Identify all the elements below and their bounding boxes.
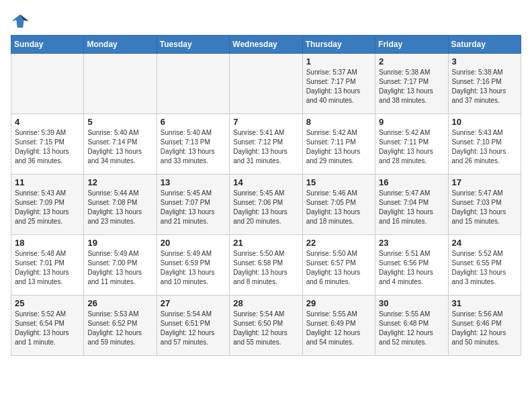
day-info: Sunrise: 5:52 AMSunset: 6:55 PMDaylight:…: [452, 249, 517, 287]
calendar-cell: 31Sunrise: 5:56 AMSunset: 6:46 PMDayligh…: [448, 295, 521, 356]
day-number: 13: [161, 177, 226, 187]
calendar-cell: 17Sunrise: 5:47 AMSunset: 7:03 PMDayligh…: [448, 175, 521, 235]
day-info: Sunrise: 5:41 AMSunset: 7:12 PMDaylight:…: [233, 128, 298, 166]
day-number: 21: [233, 238, 298, 248]
day-number: 24: [452, 238, 517, 248]
calendar-header-sunday: Sunday: [11, 36, 84, 54]
day-number: 27: [161, 298, 226, 308]
calendar-cell: 30Sunrise: 5:55 AMSunset: 6:48 PMDayligh…: [375, 295, 448, 356]
logo: [11, 11, 32, 30]
day-number: 31: [452, 298, 517, 308]
calendar-cell: [230, 54, 302, 114]
calendar-cell: 5Sunrise: 5:40 AMSunset: 7:14 PMDaylight…: [84, 114, 157, 175]
calendar-header-saturday: Saturday: [448, 36, 521, 54]
calendar-cell: 10Sunrise: 5:43 AMSunset: 7:10 PMDayligh…: [448, 114, 521, 175]
day-number: 18: [15, 238, 80, 248]
day-info: Sunrise: 5:45 AMSunset: 7:06 PMDaylight:…: [233, 189, 298, 226]
calendar-cell: 7Sunrise: 5:41 AMSunset: 7:12 PMDaylight…: [230, 114, 302, 175]
calendar-header-friday: Friday: [375, 36, 448, 54]
calendar-cell: 16Sunrise: 5:47 AMSunset: 7:04 PMDayligh…: [375, 175, 448, 235]
calendar-week-row: 18Sunrise: 5:48 AMSunset: 7:01 PMDayligh…: [11, 235, 521, 295]
calendar-cell: 6Sunrise: 5:40 AMSunset: 7:13 PMDaylight…: [157, 114, 229, 175]
calendar-cell: 19Sunrise: 5:49 AMSunset: 7:00 PMDayligh…: [84, 235, 157, 295]
day-info: Sunrise: 5:50 AMSunset: 6:58 PMDaylight:…: [233, 249, 298, 287]
day-number: 14: [233, 177, 298, 187]
day-info: Sunrise: 5:42 AMSunset: 7:11 PMDaylight:…: [379, 128, 444, 166]
calendar-cell: 22Sunrise: 5:50 AMSunset: 6:57 PMDayligh…: [302, 235, 375, 295]
day-number: 25: [15, 298, 80, 308]
calendar-cell: 3Sunrise: 5:38 AMSunset: 7:16 PMDaylight…: [448, 54, 521, 114]
day-number: 7: [233, 117, 298, 127]
calendar-cell: 1Sunrise: 5:37 AMSunset: 7:17 PMDaylight…: [302, 54, 375, 114]
day-number: 19: [87, 238, 152, 248]
day-number: 6: [161, 117, 226, 127]
calendar-cell: 24Sunrise: 5:52 AMSunset: 6:55 PMDayligh…: [448, 235, 521, 295]
calendar-header-thursday: Thursday: [302, 36, 375, 54]
day-number: 22: [306, 238, 371, 248]
day-number: 29: [306, 298, 371, 308]
calendar-cell: [157, 54, 229, 114]
day-info: Sunrise: 5:44 AMSunset: 7:08 PMDaylight:…: [87, 189, 152, 226]
day-info: Sunrise: 5:55 AMSunset: 6:49 PMDaylight:…: [306, 310, 371, 347]
day-number: 28: [233, 298, 298, 308]
calendar-cell: 20Sunrise: 5:49 AMSunset: 6:59 PMDayligh…: [157, 235, 229, 295]
day-number: 30: [379, 298, 444, 308]
day-number: 11: [15, 177, 80, 187]
calendar-cell: 2Sunrise: 5:38 AMSunset: 7:17 PMDaylight…: [375, 54, 448, 114]
calendar-cell: 27Sunrise: 5:54 AMSunset: 6:51 PMDayligh…: [157, 295, 229, 356]
svg-marker-0: [11, 15, 28, 28]
calendar-cell: [11, 54, 84, 114]
calendar-cell: 18Sunrise: 5:48 AMSunset: 7:01 PMDayligh…: [11, 235, 84, 295]
day-number: 2: [379, 56, 444, 66]
day-number: 1: [306, 56, 371, 66]
calendar-cell: 11Sunrise: 5:43 AMSunset: 7:09 PMDayligh…: [11, 175, 84, 235]
day-number: 15: [306, 177, 371, 187]
day-number: 4: [15, 117, 80, 127]
day-number: 17: [452, 177, 517, 187]
day-info: Sunrise: 5:40 AMSunset: 7:13 PMDaylight:…: [161, 128, 226, 166]
day-info: Sunrise: 5:49 AMSunset: 6:59 PMDaylight:…: [161, 249, 226, 287]
day-info: Sunrise: 5:43 AMSunset: 7:10 PMDaylight:…: [452, 128, 517, 166]
calendar-cell: 25Sunrise: 5:52 AMSunset: 6:54 PMDayligh…: [11, 295, 84, 356]
day-info: Sunrise: 5:42 AMSunset: 7:11 PMDaylight:…: [306, 128, 371, 166]
calendar-cell: 4Sunrise: 5:39 AMSunset: 7:15 PMDaylight…: [11, 114, 84, 175]
day-info: Sunrise: 5:50 AMSunset: 6:57 PMDaylight:…: [306, 249, 371, 287]
day-number: 10: [452, 117, 517, 127]
day-info: Sunrise: 5:38 AMSunset: 7:16 PMDaylight:…: [452, 68, 517, 105]
day-info: Sunrise: 5:54 AMSunset: 6:51 PMDaylight:…: [161, 310, 226, 347]
calendar-week-row: 11Sunrise: 5:43 AMSunset: 7:09 PMDayligh…: [11, 175, 521, 235]
day-number: 23: [379, 238, 444, 248]
calendar-cell: 13Sunrise: 5:45 AMSunset: 7:07 PMDayligh…: [157, 175, 229, 235]
day-number: 8: [306, 117, 371, 127]
calendar-header-monday: Monday: [84, 36, 157, 54]
calendar-cell: 29Sunrise: 5:55 AMSunset: 6:49 PMDayligh…: [302, 295, 375, 356]
day-info: Sunrise: 5:51 AMSunset: 6:56 PMDaylight:…: [379, 249, 444, 287]
calendar: SundayMondayTuesdayWednesdayThursdayFrid…: [11, 35, 521, 356]
calendar-cell: 12Sunrise: 5:44 AMSunset: 7:08 PMDayligh…: [84, 175, 157, 235]
calendar-cell: 28Sunrise: 5:54 AMSunset: 6:50 PMDayligh…: [230, 295, 302, 356]
logo-icon: [11, 11, 30, 30]
day-info: Sunrise: 5:43 AMSunset: 7:09 PMDaylight:…: [15, 189, 80, 226]
calendar-cell: 14Sunrise: 5:45 AMSunset: 7:06 PMDayligh…: [230, 175, 302, 235]
day-info: Sunrise: 5:55 AMSunset: 6:48 PMDaylight:…: [379, 310, 444, 347]
day-info: Sunrise: 5:46 AMSunset: 7:05 PMDaylight:…: [306, 189, 371, 226]
day-info: Sunrise: 5:48 AMSunset: 7:01 PMDaylight:…: [15, 249, 80, 287]
calendar-cell: 23Sunrise: 5:51 AMSunset: 6:56 PMDayligh…: [375, 235, 448, 295]
day-info: Sunrise: 5:37 AMSunset: 7:17 PMDaylight:…: [306, 68, 371, 105]
day-info: Sunrise: 5:49 AMSunset: 7:00 PMDaylight:…: [87, 249, 152, 287]
day-info: Sunrise: 5:45 AMSunset: 7:07 PMDaylight:…: [161, 189, 226, 226]
calendar-header-wednesday: Wednesday: [230, 36, 302, 54]
day-number: 5: [87, 117, 152, 127]
day-info: Sunrise: 5:39 AMSunset: 7:15 PMDaylight:…: [15, 128, 80, 166]
calendar-cell: 26Sunrise: 5:53 AMSunset: 6:52 PMDayligh…: [84, 295, 157, 356]
day-number: 16: [379, 177, 444, 187]
day-info: Sunrise: 5:56 AMSunset: 6:46 PMDaylight:…: [452, 310, 517, 347]
calendar-cell: 8Sunrise: 5:42 AMSunset: 7:11 PMDaylight…: [302, 114, 375, 175]
calendar-header-tuesday: Tuesday: [157, 36, 229, 54]
day-number: 20: [161, 238, 226, 248]
day-info: Sunrise: 5:52 AMSunset: 6:54 PMDaylight:…: [15, 310, 80, 347]
day-info: Sunrise: 5:40 AMSunset: 7:14 PMDaylight:…: [87, 128, 152, 166]
calendar-cell: 15Sunrise: 5:46 AMSunset: 7:05 PMDayligh…: [302, 175, 375, 235]
header: [11, 11, 521, 30]
day-info: Sunrise: 5:38 AMSunset: 7:17 PMDaylight:…: [379, 68, 444, 105]
